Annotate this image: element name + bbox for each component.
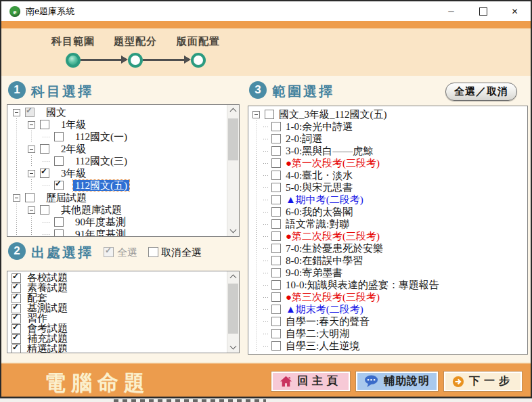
subject-tree-item[interactable]: 112國文(三) xyxy=(13,155,225,167)
checkbox[interactable] xyxy=(271,244,281,253)
range-tree-item[interactable]: ●第三次段考(三段考) xyxy=(252,291,525,303)
checkbox[interactable] xyxy=(25,108,35,117)
expand-icon[interactable] xyxy=(252,111,260,118)
checkbox[interactable] xyxy=(54,156,64,166)
checkbox[interactable] xyxy=(25,193,35,202)
subject-tree-item[interactable]: 91年度基測 xyxy=(13,228,225,237)
checkbox[interactable] xyxy=(271,280,281,290)
checkbox[interactable] xyxy=(12,344,21,353)
checkbox[interactable] xyxy=(54,217,64,227)
tree-item-label[interactable]: 1年級 xyxy=(59,119,89,130)
source-list-item[interactable]: 基測試題 xyxy=(10,303,225,313)
tree-item-label[interactable]: 國文_3年級_112國文(五) xyxy=(277,109,389,120)
range-tree-item[interactable]: 1-0:余光中詩選 xyxy=(252,120,525,133)
subject-tree-item[interactable]: 2年級 xyxy=(13,143,225,155)
source-item-label[interactable]: 習作 xyxy=(25,313,49,323)
source-item-label[interactable]: 素養試題 xyxy=(25,282,70,293)
range-tree-item[interactable]: ▲期中考(二段考) xyxy=(252,194,525,206)
scrollbar-thumb[interactable] xyxy=(228,118,238,160)
checkbox[interactable] xyxy=(40,169,49,178)
minimize-button[interactable]: ─ xyxy=(435,1,467,21)
checkbox[interactable] xyxy=(271,158,281,168)
close-button[interactable]: ✕ xyxy=(499,1,531,21)
tree-item-label[interactable]: ●第一次段考(三段考) xyxy=(284,158,382,169)
deselect-all-checkbox[interactable] xyxy=(148,247,158,257)
checkbox[interactable] xyxy=(271,329,281,338)
source-item-label[interactable]: 各校試題 xyxy=(25,272,70,283)
tree-item-label[interactable]: 2年級 xyxy=(59,143,89,154)
source-item-label[interactable]: 會考試題 xyxy=(25,323,70,334)
checkbox[interactable] xyxy=(40,120,49,129)
range-tree-item[interactable]: ●第二次段考(三段考) xyxy=(252,230,525,242)
subject-tree-scrollbar[interactable] xyxy=(227,105,239,236)
subject-tree-item[interactable]: 112國文(五) xyxy=(13,179,225,192)
tree-item-label[interactable]: 112國文(五) xyxy=(73,180,129,191)
maximize-button[interactable] xyxy=(467,1,499,21)
range-tree-item[interactable]: 4-0:臺北・淡水 xyxy=(252,169,525,181)
subject-tree-item[interactable]: 112國文(一) xyxy=(13,131,225,143)
tree-item-label[interactable]: 語文常識:對聯 xyxy=(284,219,351,229)
range-tree-root[interactable]: 國文_3年級_112國文(五) xyxy=(252,108,525,120)
next-step-button[interactable]: 下一步 xyxy=(444,372,522,391)
expand-icon[interactable] xyxy=(13,194,20,202)
tree-item-label[interactable]: 歷屆試題 xyxy=(44,192,89,203)
tree-item-label[interactable]: 90年度基測 xyxy=(73,217,128,227)
checkbox[interactable] xyxy=(265,110,274,119)
source-item-label[interactable]: 基測試題 xyxy=(25,303,70,313)
tree-item-label[interactable]: 112國文(一) xyxy=(73,131,129,142)
tree-item-label[interactable]: 國文 xyxy=(44,107,68,118)
tree-item-label[interactable]: ▲期末考(二段考) xyxy=(284,304,365,315)
source-item-label[interactable]: 精選試題 xyxy=(25,343,70,353)
tree-item-label[interactable]: 4-0:臺北・淡水 xyxy=(284,170,355,181)
checkbox[interactable] xyxy=(271,268,281,277)
toggle-all-button[interactable]: 全選／取消 xyxy=(445,83,517,101)
home-button[interactable]: 回主頁 xyxy=(271,372,350,391)
source-list-scrollbar[interactable] xyxy=(227,271,239,353)
tree-item-label[interactable]: ▲期中考(二段考) xyxy=(284,194,365,205)
scroll-up-icon[interactable] xyxy=(227,271,239,282)
expand-icon[interactable] xyxy=(28,206,35,214)
checkbox[interactable] xyxy=(40,144,49,154)
tree-item-label[interactable]: 8-0:在錯誤中學習 xyxy=(284,255,365,266)
scroll-up-icon[interactable] xyxy=(227,105,239,116)
tree-item-label[interactable]: 10-0:知識與表達的盛宴：專題報告 xyxy=(284,280,441,290)
expand-icon[interactable] xyxy=(28,146,35,153)
tree-item-label[interactable]: 2-0:詞選 xyxy=(284,133,324,144)
select-all-checkbox[interactable] xyxy=(104,247,114,257)
checkbox[interactable] xyxy=(54,132,64,141)
tree-item-label[interactable]: 3年級 xyxy=(59,168,89,179)
range-tree-item[interactable]: 9-0:寄弟墨書 xyxy=(252,267,525,279)
checkbox[interactable] xyxy=(271,134,281,143)
tree-item-label[interactable]: 1-0:余光中詩選 xyxy=(284,121,355,132)
source-list-item[interactable]: 各校試題 xyxy=(10,273,225,283)
source-list-item[interactable]: 配套 xyxy=(10,293,225,303)
tree-item-label[interactable]: 自學二:大明湖 xyxy=(284,328,351,339)
range-tree-item[interactable]: ▲期末考(二段考) xyxy=(252,303,525,315)
source-list-item[interactable]: 素養試題 xyxy=(10,283,225,293)
source-list-item[interactable]: 補充試題 xyxy=(10,334,225,344)
subject-tree-item[interactable]: 90年度基測 xyxy=(13,216,225,228)
checkbox[interactable] xyxy=(271,207,281,217)
help-button[interactable]: 輔助說明 xyxy=(356,372,438,391)
source-list-item[interactable]: 習作 xyxy=(10,313,225,323)
tree-item-label[interactable]: ●第三次段考(三段考) xyxy=(284,292,382,303)
range-tree-item[interactable]: 5-0:與宋元思書 xyxy=(252,181,525,194)
source-list-item[interactable]: 精選試題 xyxy=(10,344,225,353)
range-tree-item[interactable]: 6-0:我的太魯閣 xyxy=(252,206,525,218)
range-tree-item[interactable]: 7-0:生於憂患死於安樂 xyxy=(252,242,525,254)
checkbox[interactable] xyxy=(271,317,281,326)
subject-tree-item[interactable]: 其他題庫試題 xyxy=(13,204,225,216)
tree-item-label[interactable]: 9-0:寄弟墨書 xyxy=(284,267,345,278)
tree-item-label[interactable]: 112國文(三) xyxy=(73,156,129,166)
subject-tree-item[interactable]: 歷屆試題 xyxy=(13,192,225,204)
range-tree-item[interactable]: 10-0:知識與表達的盛宴：專題報告 xyxy=(252,279,525,291)
source-item-label[interactable]: 配套 xyxy=(25,292,49,303)
checkbox[interactable] xyxy=(271,195,281,204)
tree-item-label[interactable]: 3-0:黑與白——虎鯨 xyxy=(284,146,375,156)
subject-tree-item[interactable]: 國文 xyxy=(13,106,225,118)
checkbox[interactable] xyxy=(271,292,281,302)
checkbox[interactable] xyxy=(271,122,281,131)
scroll-down-icon[interactable] xyxy=(227,342,239,353)
range-tree-item[interactable]: 自學三:人生逆境 xyxy=(252,340,525,352)
source-list-item[interactable]: 會考試題 xyxy=(10,323,225,334)
